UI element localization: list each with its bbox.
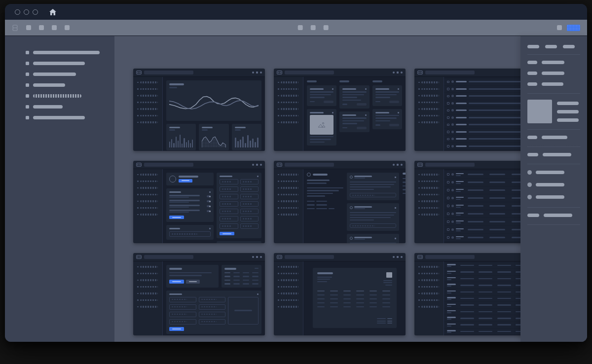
input-field[interactable]	[240, 201, 259, 207]
input-field[interactable]	[199, 312, 226, 317]
more-icon[interactable]	[365, 88, 367, 90]
user-icon[interactable]	[260, 164, 262, 166]
toolbar-button[interactable]	[557, 25, 562, 30]
kanban-card[interactable]	[339, 111, 369, 132]
grid-icon[interactable]	[256, 256, 258, 258]
more-icon[interactable]	[365, 114, 367, 116]
checkbox[interactable]	[447, 173, 449, 176]
primary-button[interactable]	[169, 280, 184, 284]
search-input[interactable]	[425, 163, 475, 167]
checkbox[interactable]	[447, 197, 449, 199]
more-icon[interactable]	[257, 293, 259, 295]
user-icon[interactable]	[401, 164, 403, 166]
thumbnail-kanban-board[interactable]	[274, 69, 406, 151]
kanban-card[interactable]	[307, 85, 336, 106]
grid-icon[interactable]	[256, 164, 258, 166]
checkbox[interactable]	[447, 88, 449, 90]
comment-input[interactable]	[350, 193, 396, 197]
input-field[interactable]	[220, 223, 238, 229]
window-control-icon[interactable]	[24, 9, 29, 15]
kanban-card[interactable]	[339, 85, 369, 109]
input-field[interactable]	[199, 304, 226, 310]
input-field[interactable]	[220, 209, 238, 214]
grid-icon[interactable]	[256, 72, 258, 73]
bell-icon[interactable]	[393, 256, 395, 258]
grid-icon[interactable]	[397, 256, 399, 258]
checkbox[interactable]	[447, 236, 449, 239]
more-icon[interactable]	[332, 88, 333, 90]
checkbox[interactable]	[447, 213, 449, 215]
search-input[interactable]	[144, 255, 193, 259]
checkbox[interactable]	[447, 181, 449, 183]
more-icon[interactable]	[398, 112, 399, 113]
input-field[interactable]	[220, 186, 238, 192]
checkbox[interactable]	[447, 138, 449, 141]
kanban-card[interactable]	[372, 109, 402, 130]
close-icon[interactable]	[395, 207, 396, 209]
grid-icon[interactable]	[397, 72, 399, 73]
sidebar-item[interactable]	[26, 105, 114, 109]
toolbar-button[interactable]	[65, 25, 70, 30]
input-field[interactable]	[220, 201, 238, 207]
input-field[interactable]	[220, 179, 238, 184]
save-button[interactable]	[220, 232, 234, 235]
input-field[interactable]	[240, 209, 259, 214]
input-field[interactable]	[240, 179, 259, 184]
checkbox[interactable]	[447, 131, 449, 133]
input-field[interactable]	[169, 312, 196, 317]
bell-icon[interactable]	[252, 72, 254, 73]
toolbar-button[interactable]	[298, 25, 303, 30]
toggle-switch[interactable]	[207, 195, 211, 198]
panel-tab[interactable]	[545, 45, 557, 48]
sidebar-item[interactable]	[26, 51, 114, 54]
search-input[interactable]	[425, 255, 475, 259]
comment-input[interactable]	[350, 223, 396, 228]
toolbar-button[interactable]	[39, 25, 44, 30]
checkbox[interactable]	[447, 116, 449, 119]
thumbnail-settings-page[interactable]	[133, 161, 265, 243]
sidebar-item[interactable]	[26, 83, 114, 87]
window-control-icon[interactable]	[15, 9, 20, 15]
kanban-card[interactable]	[372, 85, 402, 106]
toggle-switch[interactable]	[207, 205, 211, 208]
input-field[interactable]	[169, 231, 211, 237]
more-icon[interactable]	[398, 88, 399, 90]
checkbox[interactable]	[447, 102, 449, 105]
close-icon[interactable]	[395, 238, 396, 239]
window-control-icon[interactable]	[33, 9, 38, 15]
close-icon[interactable]	[395, 177, 396, 178]
grid-icon[interactable]	[397, 164, 399, 166]
search-input[interactable]	[285, 255, 334, 259]
checkbox[interactable]	[447, 189, 449, 191]
sidebar-item[interactable]	[26, 94, 114, 98]
toggle-switch[interactable]	[207, 210, 211, 213]
thumbnail-account-overview[interactable]	[133, 253, 265, 335]
checkbox[interactable]	[447, 109, 449, 112]
input-field[interactable]	[220, 216, 238, 221]
save-button[interactable]	[169, 216, 184, 219]
input-field[interactable]	[240, 194, 259, 199]
search-input[interactable]	[285, 71, 334, 74]
checkbox[interactable]	[447, 220, 449, 223]
toolbar-button[interactable]	[26, 25, 31, 30]
panel-tab[interactable]	[563, 45, 575, 48]
input-field[interactable]	[240, 223, 259, 229]
more-icon[interactable]	[332, 112, 333, 113]
bell-icon[interactable]	[252, 256, 254, 258]
checkbox[interactable]	[447, 95, 449, 98]
panel-tab[interactable]	[527, 45, 539, 48]
user-icon[interactable]	[260, 72, 262, 73]
home-icon[interactable]	[49, 9, 56, 15]
search-input[interactable]	[144, 163, 193, 167]
checkbox[interactable]	[447, 145, 449, 147]
sidebar-item[interactable]	[26, 62, 114, 65]
checkbox[interactable]	[447, 205, 449, 207]
sidebar-item[interactable]	[26, 73, 114, 76]
more-icon[interactable]	[209, 191, 211, 193]
more-icon[interactable]	[209, 228, 211, 229]
bell-icon[interactable]	[393, 72, 395, 73]
sidebar-item[interactable]	[26, 116, 114, 119]
more-icon[interactable]	[257, 176, 259, 177]
thumbnail-analytics-dashboard[interactable]	[133, 69, 265, 151]
input-field[interactable]	[220, 194, 238, 199]
